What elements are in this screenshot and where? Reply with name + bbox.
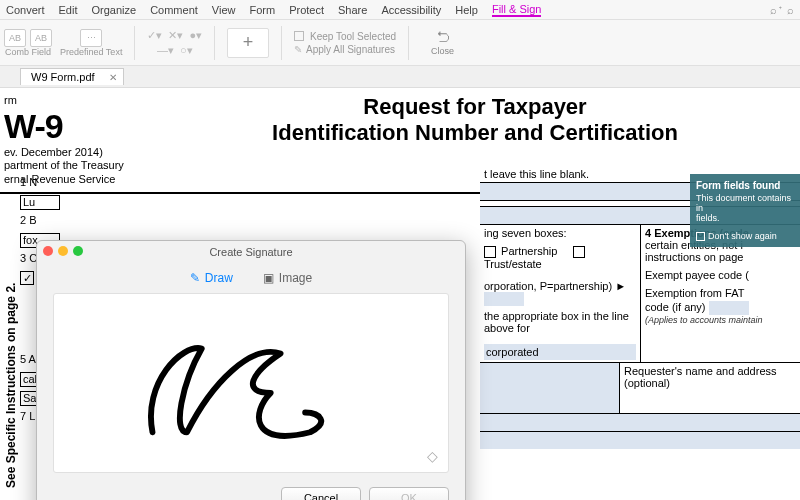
apply-all-signatures[interactable]: ✎Apply All Signatures <box>294 44 396 55</box>
toast-dont-show[interactable]: Don't show again <box>696 231 794 241</box>
bullet-icon[interactable]: ●▾ <box>189 29 202 42</box>
col4-line2: instructions on page <box>645 251 796 263</box>
tab-image[interactable]: ▣ Image <box>263 271 312 285</box>
menu-bar: Convert Edit Organize Comment View Form … <box>0 0 800 20</box>
form-fields-toast: Form fields found This document contains… <box>690 174 800 247</box>
ab-icon-2: AB <box>30 29 52 47</box>
menu-edit[interactable]: Edit <box>59 4 78 16</box>
circle-icon[interactable]: ○▾ <box>180 44 193 57</box>
seven-boxes-text: ing seven boxes: <box>484 227 636 239</box>
dialog-title: Create Signature <box>209 246 292 258</box>
dash-icon[interactable]: —▾ <box>157 44 174 57</box>
form-number: W-9 <box>4 107 150 146</box>
form-title-2: Identification Number and Certification <box>150 120 800 146</box>
form-title-1: Request for Taxpayer <box>150 94 800 120</box>
toolbar-separator-2 <box>214 26 215 60</box>
tab-close-icon[interactable]: ✕ <box>109 72 117 83</box>
exempt-payee: Exempt payee code ( <box>645 269 796 281</box>
toolbar-separator <box>134 26 135 60</box>
pencil-icon: ✎ <box>190 271 200 285</box>
predefined-text-label: Predefined Text <box>60 47 122 57</box>
predefined-text-tool[interactable]: ⋯ Predefined Text <box>60 29 122 57</box>
signature-canvas[interactable]: ◇ <box>53 293 449 473</box>
window-minimize-icon[interactable] <box>58 246 68 256</box>
menu-view[interactable]: View <box>212 4 236 16</box>
code-if-any: code (if any) <box>645 301 706 313</box>
create-signature-dialog: Create Signature ✎ Draw ▣ Image ◇ Cancel… <box>36 240 466 500</box>
add-button[interactable]: + <box>227 28 269 58</box>
tab-draw[interactable]: ✎ Draw <box>190 271 233 285</box>
toolbar-separator-3 <box>281 26 282 60</box>
menu-share[interactable]: Share <box>338 4 367 16</box>
corporated-field[interactable]: corporated <box>484 344 636 360</box>
applies-note: (Applies to accounts maintain <box>645 315 796 325</box>
check-icon[interactable]: ✓▾ <box>147 29 162 42</box>
comb-field-label: Comb Field <box>5 47 51 57</box>
keep-tool-checkbox[interactable]: Keep Tool Selected <box>294 31 396 42</box>
partnership-label: Partnership <box>501 245 557 257</box>
menu-form[interactable]: Form <box>249 4 275 16</box>
requester-label: Requester's name and address (optional) <box>620 363 800 413</box>
x-icon[interactable]: ✕▾ <box>168 29 183 42</box>
menu-convert[interactable]: Convert <box>6 4 45 16</box>
window-traffic-lights[interactable] <box>43 246 83 256</box>
tab-label: W9 Form.pdf <box>31 71 95 83</box>
form-revision: ev. December 2014) <box>4 146 150 159</box>
corp-line: orporation, P=partnership) ► <box>484 280 626 292</box>
menu-accessibility[interactable]: Accessibility <box>381 4 441 16</box>
close-panel-button[interactable]: ⮌ Close <box>431 29 454 56</box>
predefined-text-icon: ⋯ <box>80 29 102 47</box>
cancel-button[interactable]: Cancel <box>281 487 361 500</box>
window-close-icon[interactable] <box>43 246 53 256</box>
toolbar-separator-4 <box>408 26 409 60</box>
window-zoom-icon[interactable] <box>73 246 83 256</box>
image-icon: ▣ <box>263 271 274 285</box>
document-viewport: rm W-9 ev. December 2014) partment of th… <box>0 88 800 500</box>
tab-bar: W9 Form.pdf ✕ <box>0 66 800 88</box>
sidebar-instruction: See Specific Instructions on page 2. <box>4 283 18 488</box>
toolbar: AB AB Comb Field ⋯ Predefined Text ✓▾ ✕▾… <box>0 20 800 66</box>
menu-organize[interactable]: Organize <box>92 4 137 16</box>
menu-help[interactable]: Help <box>455 4 478 16</box>
zoom-controls[interactable]: ⌕⁺ ⌕ <box>770 4 794 16</box>
ok-button[interactable]: OK <box>369 487 449 500</box>
corp-field[interactable] <box>484 292 524 306</box>
menu-fill-sign[interactable]: Fill & Sign <box>492 3 542 17</box>
toast-title: Form fields found <box>696 180 794 191</box>
trust-checkbox[interactable] <box>573 246 585 258</box>
code-field[interactable] <box>709 301 749 315</box>
eraser-icon[interactable]: ◇ <box>427 448 438 464</box>
exempt-fatca: Exemption from FAT <box>645 287 796 299</box>
ab-icon-1: AB <box>4 29 26 47</box>
toast-body: This document contains in <box>696 193 794 213</box>
toast-body-2: fields. <box>696 213 794 223</box>
dialog-titlebar[interactable]: Create Signature <box>37 241 465 263</box>
menu-comment[interactable]: Comment <box>150 4 198 16</box>
close-icon: ⮌ <box>436 29 450 45</box>
form-label-rm: rm <box>4 94 150 107</box>
tab-w9[interactable]: W9 Form.pdf ✕ <box>20 68 124 85</box>
menu-protect[interactable]: Protect <box>289 4 324 16</box>
appropriate-text: the appropriate box in the line above fo… <box>484 310 636 334</box>
form-dept: partment of the Treasury <box>4 159 150 172</box>
trust-label: Trust/estate <box>484 258 542 270</box>
pen-icon: ✎ <box>294 44 302 55</box>
partnership-checkbox[interactable] <box>484 246 496 258</box>
comb-field-tool[interactable]: AB AB Comb Field <box>4 29 52 57</box>
